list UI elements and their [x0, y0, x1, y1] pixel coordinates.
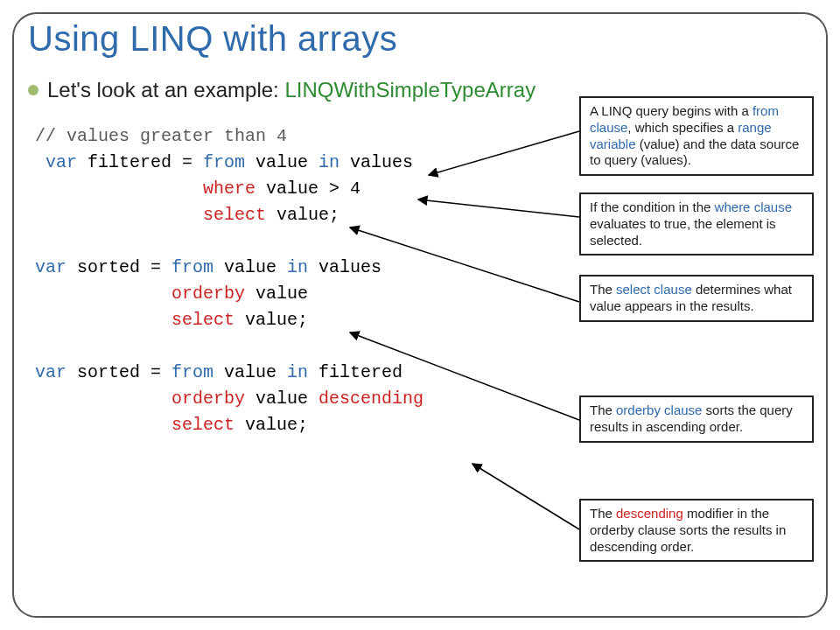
callout-descending: The descending modifier in the orderby c…	[579, 499, 814, 562]
bullet-example: LINQWithSimpleTypeArray	[284, 78, 536, 102]
callout-select: The select clause determines what value …	[579, 275, 814, 322]
code-blank2	[35, 333, 840, 360]
callout-from: A LINQ query begins with a from clause, …	[579, 96, 814, 176]
callout-orderby: The orderby clause sorts the query resul…	[579, 396, 814, 443]
slide-title: Using LINQ with arrays	[0, 19, 840, 59]
bullet-lead: Let's look at an example:	[47, 78, 284, 102]
bullet-text: Let's look at an example: LINQWithSimple…	[47, 78, 536, 102]
bullet-icon	[28, 85, 38, 95]
code-line-sorted2: var sorted = from value in filtered	[35, 360, 840, 386]
callout-where: If the condition in the where clause eva…	[579, 192, 814, 256]
